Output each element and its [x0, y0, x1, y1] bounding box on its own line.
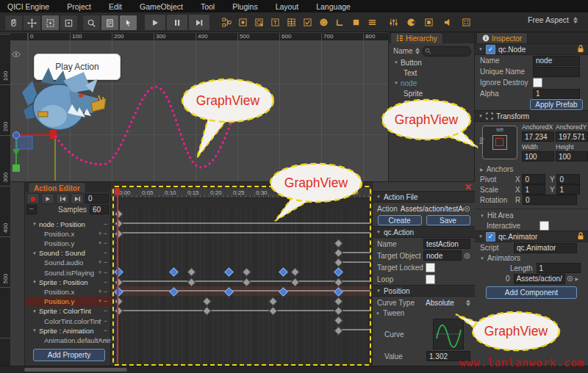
component-enabled-checkbox[interactable]: ✓: [486, 45, 495, 54]
keyframe-diamond[interactable]: [243, 267, 252, 277]
collapse-arrow-icon[interactable]: ▼: [376, 289, 381, 293]
create-button[interactable]: Create: [378, 215, 422, 225]
position-header[interactable]: ▼Position: [373, 285, 475, 297]
unique-name-field[interactable]: [533, 67, 580, 77]
coin-icon[interactable]: [318, 16, 330, 28]
frame-icon[interactable]: [237, 16, 249, 28]
tab-action-editor[interactable]: Action Editor: [28, 182, 86, 193]
hierarchy-item[interactable]: ▼Button: [389, 57, 474, 68]
remove-track-button[interactable]: −: [104, 297, 109, 305]
keyframe-diamond[interactable]: [114, 219, 123, 228]
collapse-arrow-icon[interactable]: ▼: [32, 251, 37, 256]
keyframe-diamond[interactable]: [114, 297, 123, 306]
remove-track-button[interactable]: −: [104, 269, 109, 276]
next-key-button[interactable]: [71, 193, 84, 204]
ignore-destroy-checkbox[interactable]: [533, 78, 542, 87]
curve-preview[interactable]: [433, 319, 464, 350]
add-key-button[interactable]: +: [98, 269, 103, 276]
keyframe-diamond[interactable]: [169, 267, 179, 277]
aspect-dropdown[interactable]: Free Aspect: [528, 15, 578, 24]
keyframe-diamond[interactable]: [114, 229, 123, 239]
collapse-arrow-icon[interactable]: ▼: [32, 309, 37, 314]
animator-asset-field[interactable]: [514, 274, 565, 284]
keyframe-diamond[interactable]: [334, 278, 343, 287]
collapse-arrow-icon[interactable]: ▼: [376, 311, 380, 316]
length-field[interactable]: [537, 263, 581, 273]
corner-icon[interactable]: [334, 16, 346, 28]
square-icon[interactable]: [350, 16, 362, 28]
collapse-arrow-icon[interactable]: ▼: [478, 114, 483, 118]
anchoredx-field[interactable]: [522, 131, 554, 142]
action-name-field[interactable]: [423, 239, 470, 249]
close-icon[interactable]: ✕: [465, 182, 472, 192]
scrollbar-thumb[interactable]: [24, 368, 127, 372]
action-track-property[interactable]: ColorTint.colorTint+−: [25, 316, 111, 326]
name-field[interactable]: [533, 56, 580, 66]
pivot-tool-icon[interactable]: [60, 15, 78, 31]
add-property-button[interactable]: Add Property: [33, 349, 105, 361]
play-button[interactable]: [144, 14, 166, 31]
sliders-icon[interactable]: [387, 16, 400, 28]
keyframe-diamond[interactable]: [334, 297, 343, 306]
remove-track-button[interactable]: −: [104, 249, 109, 256]
frame-field[interactable]: [85, 194, 109, 203]
step-forward-button[interactable]: [188, 14, 210, 31]
action-track-property[interactable]: Position.y+−: [25, 239, 111, 248]
hierarchy-item[interactable]: Text: [389, 68, 474, 78]
scale-y-field[interactable]: [556, 184, 580, 195]
loop-checkbox[interactable]: [426, 275, 435, 284]
circle-icon[interactable]: [253, 16, 265, 28]
remove-track-button[interactable]: −: [104, 317, 109, 325]
collapse-arrow-icon[interactable]: ▼: [480, 256, 484, 261]
collapse-arrow-icon[interactable]: ▼: [32, 328, 37, 333]
action-track-group[interactable]: ▼Sprite : ColorTint−: [25, 306, 111, 316]
keyframe-diamond[interactable]: [334, 326, 343, 336]
play-button[interactable]: [41, 193, 54, 204]
keyframe-diamond[interactable]: [268, 306, 278, 316]
zoom-tool-icon[interactable]: [82, 15, 101, 31]
keyframe-diamond[interactable]: [334, 239, 343, 248]
scale-x-field[interactable]: [522, 184, 545, 195]
menu-layout[interactable]: Layout: [276, 2, 299, 11]
save-button[interactable]: Save: [426, 215, 470, 225]
keyframe-diamond[interactable]: [334, 258, 343, 267]
collapse-arrow-icon[interactable]: ▼: [376, 230, 381, 234]
expand-arrow-icon[interactable]: ▶: [480, 167, 484, 172]
object-picker-icon[interactable]: [464, 206, 470, 212]
remove-track-button[interactable]: −: [104, 220, 109, 228]
collapse-arrow-icon[interactable]: ▼: [480, 214, 484, 218]
pivot-x-field[interactable]: [522, 174, 545, 184]
target-locked-checkbox[interactable]: [426, 263, 435, 272]
keyframe-diamond[interactable]: [187, 267, 197, 277]
checkbox-icon[interactable]: [301, 16, 314, 28]
sort-toggle-icon[interactable]: [415, 48, 420, 54]
hierarchy-item[interactable]: ▼node: [389, 78, 474, 88]
keyframe-diamond[interactable]: [114, 209, 123, 219]
pause-button[interactable]: [166, 14, 188, 31]
text-icon[interactable]: [269, 16, 282, 28]
action-track-property[interactable]: Animation.defaultAnima+−: [25, 336, 111, 345]
keyframe-diamond[interactable]: [290, 278, 300, 287]
rect-select-tool-icon[interactable]: [41, 15, 60, 31]
add-key-button[interactable]: +: [98, 258, 103, 266]
hand-tool-icon[interactable]: [4, 15, 23, 31]
add-key-button[interactable]: +: [98, 336, 103, 344]
action-track-group[interactable]: ▼Sound : Sound−: [25, 248, 111, 258]
collapse-arrow-icon[interactable]: ▼: [32, 222, 37, 226]
collapse-arrow-icon[interactable]: ▼: [394, 81, 398, 85]
tab-hierarchy[interactable]: Hierarchy: [390, 32, 443, 43]
height-field[interactable]: [556, 151, 588, 162]
apply-prefab-button[interactable]: Apply Prefab: [530, 99, 583, 110]
pivot-y-field[interactable]: [556, 174, 580, 184]
width-field[interactable]: [522, 151, 554, 162]
timeline-playhead-handle[interactable]: [115, 188, 120, 195]
action-track-group[interactable]: ▼Sprite : Animation−: [25, 326, 111, 336]
remove-track-button[interactable]: −: [104, 258, 109, 266]
object-picker-icon[interactable]: [464, 253, 470, 259]
keyframe-diamond[interactable]: [243, 278, 252, 287]
keyframe-diamond[interactable]: [334, 306, 343, 316]
curve-type-value[interactable]: Absolute: [426, 299, 454, 307]
audio-icon[interactable]: [442, 16, 454, 28]
prev-key-button[interactable]: [56, 193, 69, 204]
action-track-property[interactable]: Position.y+−: [25, 297, 111, 306]
